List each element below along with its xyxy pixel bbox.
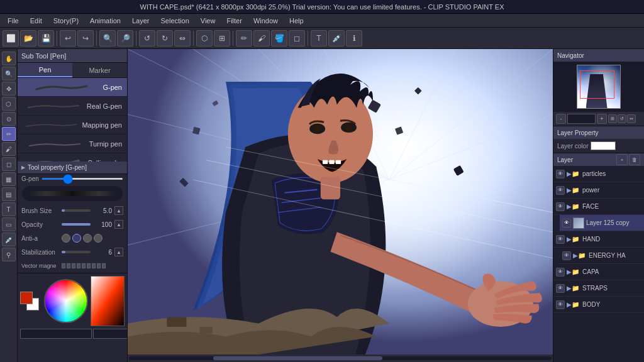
aa-circle-1[interactable]	[72, 234, 81, 243]
tool-zoom[interactable]: 🔍	[2, 67, 16, 80]
layer-visibility-face[interactable]: 👁	[556, 202, 565, 211]
save-button[interactable]: 💾	[38, 30, 54, 47]
tool-select[interactable]: ⬡	[2, 97, 16, 111]
opacity-label: Opacity	[21, 221, 59, 228]
layer-item-body[interactable]: 👁 ▶📁 BODY	[553, 297, 644, 313]
zoom-in-small-btn[interactable]: +	[597, 114, 607, 124]
menu-layer[interactable]: Layer	[127, 16, 155, 26]
aa-circle-0[interactable]	[62, 234, 70, 243]
tool-pen[interactable]: ✏	[2, 127, 16, 141]
h-scrollbar-thumb[interactable]	[213, 356, 382, 360]
layer-item-layer125copy[interactable]: 👁 Layer 125 copy	[560, 215, 644, 231]
tool-fill[interactable]: ▦	[2, 172, 16, 186]
tool-eraser[interactable]: ◻	[2, 157, 16, 171]
open-button[interactable]: 📂	[20, 30, 36, 47]
undo-button[interactable]: ↩	[60, 30, 76, 47]
pen-item-calligraphy[interactable]: Calligraphy	[18, 153, 127, 162]
stab-up-btn[interactable]: ▲	[114, 248, 123, 256]
tool-hand[interactable]: ✋	[2, 52, 16, 65]
eraser-button[interactable]: ◻	[289, 30, 305, 47]
tool-move[interactable]: ✥	[2, 82, 16, 96]
color-gradient-box[interactable]	[91, 276, 125, 326]
tool-figure[interactable]: ▭	[2, 217, 16, 231]
delete-layer-btn[interactable]: 🗑	[629, 154, 640, 165]
info-button[interactable]: ℹ	[346, 30, 362, 47]
foreground-color-swatch[interactable]	[20, 292, 33, 304]
layer-item-particles[interactable]: 👁 ▶📁 particles	[553, 166, 644, 182]
menu-animation[interactable]: Animation	[85, 16, 126, 26]
folder-icon-power: ▶📁	[567, 187, 579, 194]
hue-input[interactable]: 35	[20, 329, 92, 339]
tool-connect[interactable]: ⚲	[2, 248, 16, 261]
layer-visibility-power[interactable]: 👁	[556, 186, 565, 195]
rotate-right-button[interactable]: ↻	[157, 30, 173, 47]
menu-story[interactable]: Story(P)	[48, 16, 84, 26]
svg-rect-30	[199, 327, 213, 333]
layer-item-capa[interactable]: 👁 ▶📁 CAPA	[553, 264, 644, 280]
menu-view[interactable]: View	[196, 16, 221, 26]
navigator-preview[interactable]	[553, 62, 644, 112]
nav-btn-2[interactable]: ↺	[618, 114, 626, 123]
pen-item-mapping-pen[interactable]: Mapping pen	[18, 116, 127, 134]
redo-button[interactable]: ↪	[77, 30, 94, 47]
gpen-slider[interactable]	[42, 178, 123, 180]
tool-brush[interactable]: 🖌	[2, 142, 16, 156]
layer-color-swatch[interactable]	[591, 141, 616, 150]
pen-item-real-gpen[interactable]: Real G-pen	[18, 97, 127, 116]
brush-size-label: Brush Size	[21, 207, 59, 214]
tool-gradient[interactable]: ▤	[2, 187, 16, 201]
opacity-up-btn[interactable]: ▲	[114, 220, 123, 229]
menu-edit[interactable]: Edit	[25, 16, 47, 26]
brush-button[interactable]: 🖌	[253, 30, 270, 47]
rotate-left-button[interactable]: ↺	[139, 30, 155, 47]
tool-text[interactable]: T	[2, 202, 16, 216]
new-layer-btn[interactable]: +	[616, 154, 628, 165]
layer-visibility-particles[interactable]: 👁	[556, 170, 565, 178]
menu-window[interactable]: Window	[248, 16, 283, 26]
saturation-input[interactable]: 7	[93, 329, 127, 339]
select-button[interactable]: ⬡	[196, 30, 213, 47]
layer-item-power[interactable]: 👁 ▶📁 power	[553, 182, 644, 199]
layer-item-energy[interactable]: 👁 ▶📁 ENERGY HA	[560, 248, 644, 264]
menu-file[interactable]: File	[3, 16, 24, 26]
aa-circle-2[interactable]	[83, 234, 92, 243]
zoom-out-small-btn[interactable]: -	[556, 114, 566, 124]
zoom-out-button[interactable]: 🔎	[117, 30, 133, 47]
nav-btn-1[interactable]: ⊞	[608, 114, 617, 123]
pen-item-turnip-pen[interactable]: Turnip pen	[18, 134, 127, 153]
layer-visibility-125copy[interactable]: 👁	[562, 219, 571, 228]
new-button[interactable]: ⬜	[3, 30, 19, 47]
menu-filter[interactable]: Filter	[221, 16, 247, 26]
tool-lasso[interactable]: ⊙	[2, 112, 16, 126]
layer-item-hand[interactable]: 👁 ▶📁 HAND	[553, 231, 644, 248]
pen-tool-button[interactable]: ✏	[236, 30, 252, 47]
subtool-tab-pen[interactable]: Pen	[18, 63, 72, 77]
layer-item-straps[interactable]: 👁 ▶📁 STRAPS	[553, 280, 644, 297]
menu-help[interactable]: Help	[284, 16, 309, 26]
nav-btn-3[interactable]: ⇔	[627, 114, 636, 123]
transform-button[interactable]: ⊞	[214, 30, 230, 47]
color-wheel[interactable]	[44, 279, 88, 323]
layer-visibility-straps[interactable]: 👁	[556, 284, 565, 293]
flip-button[interactable]: ⇔	[174, 30, 191, 47]
fill-button[interactable]: 🪣	[271, 30, 287, 47]
menu-selection[interactable]: Selection	[156, 16, 194, 26]
layer-visibility-energy[interactable]: 👁	[562, 251, 571, 260]
zoom-in-button[interactable]: 🔍	[99, 30, 116, 47]
brush-size-up-btn[interactable]: ▲	[114, 206, 123, 215]
text-button[interactable]: T	[311, 30, 327, 47]
brush-size-slider-track	[62, 209, 91, 212]
eyedropper-button[interactable]: 💉	[328, 30, 345, 47]
layer-item-face[interactable]: 👁 ▶📁 FACE	[553, 199, 644, 215]
layer-visibility-capa[interactable]: 👁	[556, 268, 565, 277]
zoom-input[interactable]: 100.0	[567, 114, 596, 124]
layer-visibility-body[interactable]: 👁	[556, 300, 565, 309]
subtool-tab-marker[interactable]: Marker	[72, 63, 127, 77]
layer-visibility-hand[interactable]: 👁	[556, 235, 565, 244]
horizontal-scrollbar[interactable]	[128, 354, 553, 362]
canvas-area[interactable]	[128, 49, 553, 354]
pen-item-gpen[interactable]: G-pen	[18, 78, 127, 97]
tool-eyedropper[interactable]: 💉	[2, 233, 16, 246]
main-layout: ✋ 🔍 ✥ ⬡ ⊙ ✏ 🖌 ◻ ▦ ▤ T ▭ 💉 ⚲ Sub Tool [Pe…	[0, 49, 644, 362]
aa-circle-3[interactable]	[94, 234, 103, 243]
